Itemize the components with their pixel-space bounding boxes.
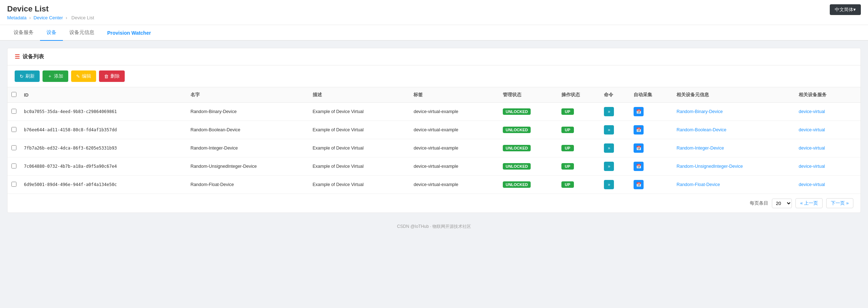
cell-desc: Example of Device Virtual	[309, 176, 410, 194]
auto-collect-button[interactable]: 📅	[634, 125, 644, 135]
cmd-button[interactable]: »	[604, 180, 614, 189]
delete-icon: 🗑	[104, 74, 109, 79]
cell-auto-collect: 📅	[630, 139, 673, 157]
delete-button[interactable]: 🗑 删除	[99, 70, 125, 82]
auto-collect-button[interactable]: 📅	[634, 180, 644, 189]
row-checkbox[interactable]	[11, 127, 16, 132]
cmd-button[interactable]: »	[604, 125, 614, 135]
tab-device-profile[interactable]: 设备元信息	[63, 25, 101, 41]
header-tag: 标签	[410, 87, 499, 103]
breadcrumb-current: Device List	[71, 15, 94, 20]
table-row: bc0a7055-35da-4eed-9b83-c29864069861 Ran…	[8, 103, 860, 121]
cell-profile: Random-Float-Device	[673, 176, 795, 194]
auto-collect-button[interactable]: 📅	[634, 143, 644, 153]
cmd-button[interactable]: »	[604, 107, 614, 116]
header-cmd: 命令	[600, 87, 630, 103]
calendar-icon: 📅	[636, 164, 641, 169]
device-table: ID 名字 描述 标签 管理状态 操作状态 命令 自动采集 相关设备元信息 相关…	[8, 87, 860, 194]
edit-button[interactable]: ✎ 编辑	[71, 70, 96, 82]
cell-profile: Random-Boolean-Device	[673, 121, 795, 139]
row-checkbox[interactable]	[11, 109, 16, 114]
list-icon: ☰	[15, 53, 20, 60]
header-name: 名字	[187, 87, 309, 103]
add-icon: ＋	[48, 73, 52, 79]
main-content: ☰ 设备列表 ↻ 刷新 ＋ 添加 ✎ 编辑 🗑 删除	[0, 41, 868, 220]
cell-name: Random-UnsignedInteger-Device	[187, 157, 309, 176]
profile-link[interactable]: Random-Binary-Device	[676, 109, 723, 114]
header-op-state: 操作状态	[558, 87, 601, 103]
next-page-button[interactable]: 下一页 »	[826, 198, 853, 208]
cell-auto-collect: 📅	[630, 121, 673, 139]
refresh-button[interactable]: ↻ 刷新	[15, 70, 40, 82]
cell-profile: Random-Integer-Device	[673, 139, 795, 157]
cell-service: device-virtual	[795, 157, 860, 176]
cell-service: device-virtual	[795, 176, 860, 194]
cell-tag: device-virtual-example	[410, 157, 499, 176]
cell-auto-collect: 📅	[630, 176, 673, 194]
service-link[interactable]: device-virtual	[799, 182, 825, 187]
tab-provision-watcher[interactable]: Provision Watcher	[101, 26, 157, 41]
cell-service: device-virtual	[795, 121, 860, 139]
service-link[interactable]: device-virtual	[799, 146, 825, 151]
table-row: 6d9e5001-89d4-496e-944f-a0f4a134e50c Ran…	[8, 176, 860, 194]
admin-state-badge: UNLOCKED	[503, 108, 531, 115]
cell-op-state: UP	[558, 103, 601, 121]
page-size-select[interactable]: 20 50 100	[772, 199, 792, 208]
profile-link[interactable]: Random-Integer-Device	[676, 146, 724, 151]
select-all-checkbox[interactable]	[11, 92, 16, 97]
tab-device-service[interactable]: 设备服务	[7, 25, 40, 41]
row-checkbox-cell	[8, 157, 20, 176]
table-row: b76ee644-ad11-4158-80c8-fd4af1b357dd Ran…	[8, 121, 860, 139]
profile-link[interactable]: Random-Float-Device	[676, 182, 720, 187]
edit-icon: ✎	[76, 74, 80, 79]
cell-id: 7c064880-0732-4b7b-a18a-d9f5a90c67e4	[20, 157, 187, 176]
header-profile: 相关设备元信息	[673, 87, 795, 103]
cell-cmd: »	[600, 176, 630, 194]
row-checkbox-cell	[8, 103, 20, 121]
cell-tag: device-virtual-example	[410, 103, 499, 121]
service-link[interactable]: device-virtual	[799, 164, 825, 169]
row-checkbox[interactable]	[11, 182, 16, 187]
op-state-badge: UP	[561, 181, 574, 188]
calendar-icon: 📅	[636, 109, 641, 114]
header-checkbox-cell	[8, 87, 20, 103]
top-bar: Device List Metadata › Device Center › D…	[0, 0, 868, 25]
breadcrumb-device-center[interactable]: Device Center	[34, 15, 63, 20]
cell-name: Random-Boolean-Device	[187, 121, 309, 139]
cell-admin-state: UNLOCKED	[499, 176, 558, 194]
header-service: 相关设备服务	[795, 87, 860, 103]
row-checkbox[interactable]	[11, 145, 16, 150]
breadcrumb-metadata[interactable]: Metadata	[7, 15, 26, 20]
auto-collect-button[interactable]: 📅	[634, 162, 644, 171]
device-list-card: ☰ 设备列表 ↻ 刷新 ＋ 添加 ✎ 编辑 🗑 删除	[7, 48, 861, 213]
lang-button[interactable]: 中文简体▾	[830, 4, 861, 15]
table-row: 7fb7a26b-ed32-4dca-86f3-6205e5331b93 Ran…	[8, 139, 860, 157]
profile-link[interactable]: Random-UnsignedInteger-Device	[676, 164, 743, 169]
terminal-icon: »	[608, 164, 610, 169]
op-state-badge: UP	[561, 145, 574, 151]
prev-page-button[interactable]: « 上一页	[795, 198, 823, 208]
row-checkbox[interactable]	[11, 163, 16, 168]
admin-state-badge: UNLOCKED	[503, 181, 531, 188]
cell-auto-collect: 📅	[630, 157, 673, 176]
header-desc: 描述	[309, 87, 410, 103]
cell-cmd: »	[600, 139, 630, 157]
service-link[interactable]: device-virtual	[799, 127, 825, 132]
profile-link[interactable]: Random-Boolean-Device	[676, 127, 726, 132]
cmd-button[interactable]: »	[604, 162, 614, 171]
add-button[interactable]: ＋ 添加	[43, 70, 68, 82]
cell-service: device-virtual	[795, 139, 860, 157]
cell-auto-collect: 📅	[630, 103, 673, 121]
terminal-icon: »	[608, 127, 610, 132]
cell-cmd: »	[600, 103, 630, 121]
admin-state-badge: UNLOCKED	[503, 145, 531, 151]
tab-device[interactable]: 设备	[40, 25, 63, 41]
cmd-button[interactable]: »	[604, 143, 614, 153]
row-checkbox-cell	[8, 176, 20, 194]
service-link[interactable]: device-virtual	[799, 109, 825, 114]
cell-cmd: »	[600, 157, 630, 176]
refresh-icon: ↻	[20, 74, 24, 79]
op-state-badge: UP	[561, 163, 574, 170]
auto-collect-button[interactable]: 📅	[634, 107, 644, 116]
terminal-icon: »	[608, 109, 610, 114]
